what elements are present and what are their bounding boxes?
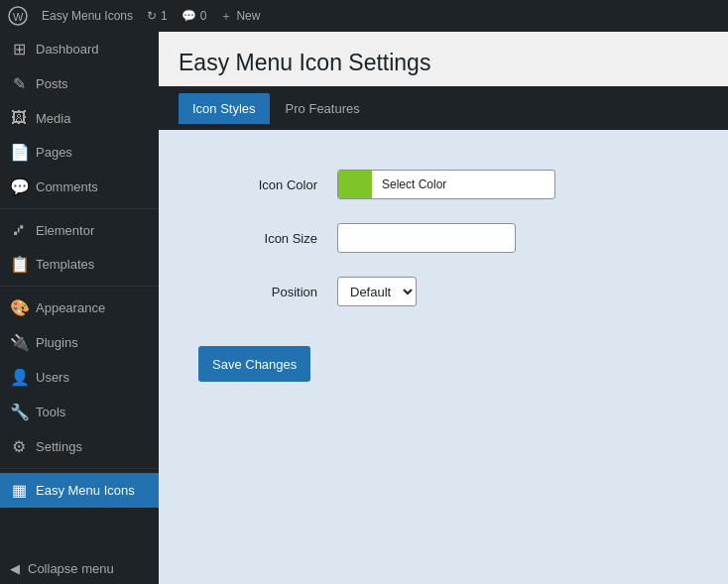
sidebar-divider-3 <box>0 468 159 469</box>
sidebar-label-comments: Comments <box>36 179 149 194</box>
position-row: Position Default Left Right <box>198 277 688 306</box>
content-area: Easy Menu Icon Settings Icon Styles Pro … <box>159 32 728 584</box>
color-label: Select Color <box>372 177 456 191</box>
site-name-item[interactable]: Easy Menu Icons <box>42 9 133 23</box>
sidebar-item-templates[interactable]: 📋 Templates <box>0 247 159 282</box>
plugins-icon: 🔌 <box>10 333 28 352</box>
easy-menu-icons-icon: ▦ <box>10 481 28 500</box>
comments-sidebar-icon: 💬 <box>10 177 28 196</box>
site-name: Easy Menu Icons <box>42 9 133 23</box>
sidebar-label-templates: Templates <box>36 257 149 272</box>
sidebar-label-plugins: Plugins <box>36 335 149 350</box>
sidebar-label-elementor: Elementor <box>36 223 149 238</box>
icon-color-label: Icon Color <box>198 177 317 192</box>
sidebar-label-easy-menu-icons: Easy Menu Icons <box>36 483 149 498</box>
sidebar-label-pages: Pages <box>36 145 149 160</box>
save-changes-button[interactable]: Save Changes <box>198 346 310 382</box>
admin-bar: W Easy Menu Icons ↻ 1 💬 0 ＋ New <box>0 0 728 32</box>
icon-size-row: Icon Size <box>198 223 688 253</box>
updates-icon: ↻ <box>147 9 157 23</box>
media-icon: 🖼 <box>10 109 28 127</box>
main-layout: ⊞ Dashboard ✎ Posts 🖼 Media 📄 Pages 💬 Co… <box>0 32 728 584</box>
position-select[interactable]: Default Left Right <box>337 277 417 306</box>
comments-count: 0 <box>200 9 207 23</box>
appearance-icon: 🎨 <box>10 298 28 317</box>
elementor-icon: ⑇ <box>10 221 28 239</box>
sidebar-item-elementor[interactable]: ⑇ Elementor <box>0 213 159 247</box>
sidebar-item-tools[interactable]: 🔧 Tools <box>0 395 159 429</box>
tab-bar: Icon Styles Pro Features <box>159 86 728 130</box>
collapse-menu[interactable]: ◀ Collapse menu <box>0 553 159 584</box>
sidebar-item-posts[interactable]: ✎ Posts <box>0 66 159 101</box>
sidebar-item-plugins[interactable]: 🔌 Plugins <box>0 325 159 360</box>
sidebar-label-appearance: Appearance <box>36 300 149 315</box>
sidebar: ⊞ Dashboard ✎ Posts 🖼 Media 📄 Pages 💬 Co… <box>0 32 159 584</box>
sidebar-item-pages[interactable]: 📄 Pages <box>0 135 159 170</box>
settings-area: Icon Color Select Color Icon Size <box>159 130 728 584</box>
updates-item[interactable]: ↻ 1 <box>147 9 168 23</box>
icon-size-input[interactable] <box>337 223 516 253</box>
sidebar-label-users: Users <box>36 370 149 385</box>
updates-count: 1 <box>161 9 168 23</box>
sidebar-item-comments[interactable]: 💬 Comments <box>0 170 159 204</box>
page-header: Easy Menu Icon Settings <box>159 32 728 86</box>
new-label: New <box>236 9 260 23</box>
svg-text:W: W <box>13 11 24 23</box>
save-area: Save Changes <box>179 336 708 392</box>
tab-icon-styles[interactable]: Icon Styles <box>179 93 270 124</box>
sidebar-item-settings[interactable]: ⚙ Settings <box>0 429 159 464</box>
sidebar-label-tools: Tools <box>36 405 149 419</box>
sidebar-label-posts: Posts <box>36 76 149 91</box>
posts-icon: ✎ <box>10 74 28 93</box>
dashboard-icon: ⊞ <box>10 40 28 58</box>
sidebar-item-users[interactable]: 👤 Users <box>0 360 159 395</box>
comments-icon: 💬 <box>182 9 196 23</box>
page-title: Easy Menu Icon Settings <box>179 50 708 76</box>
color-picker-button[interactable]: Select Color <box>337 170 555 199</box>
templates-icon: 📋 <box>10 255 28 274</box>
collapse-label: Collapse menu <box>28 561 114 576</box>
position-label: Position <box>198 285 317 299</box>
icon-size-control <box>337 223 555 253</box>
new-icon: ＋ <box>220 8 232 25</box>
icon-size-label: Icon Size <box>198 231 317 246</box>
sidebar-item-media[interactable]: 🖼 Media <box>0 101 159 135</box>
sidebar-item-easy-menu-icons[interactable]: ▦ Easy Menu Icons <box>0 473 159 508</box>
users-icon: 👤 <box>10 368 28 387</box>
tab-pro-features[interactable]: Pro Features <box>272 93 374 124</box>
color-swatch <box>338 170 372 199</box>
sidebar-label-settings: Settings <box>36 439 149 454</box>
wp-logo-item[interactable]: W <box>8 6 28 26</box>
icon-color-row: Icon Color Select Color <box>198 170 688 199</box>
sidebar-label-media: Media <box>36 111 149 126</box>
icon-color-control: Select Color <box>337 170 555 199</box>
wp-logo-icon: W <box>8 6 28 26</box>
sidebar-divider-1 <box>0 208 159 209</box>
comments-item[interactable]: 💬 0 <box>182 9 207 23</box>
sidebar-divider-2 <box>0 286 159 287</box>
tools-icon: 🔧 <box>10 403 28 421</box>
settings-icon: ⚙ <box>10 437 28 456</box>
new-item[interactable]: ＋ New <box>220 8 260 25</box>
sidebar-label-dashboard: Dashboard <box>36 42 149 57</box>
collapse-icon: ◀ <box>10 561 20 576</box>
sidebar-item-dashboard[interactable]: ⊞ Dashboard <box>0 32 159 66</box>
pages-icon: 📄 <box>10 143 28 162</box>
settings-form: Icon Color Select Color Icon Size <box>179 160 708 316</box>
position-control: Default Left Right <box>337 277 555 306</box>
sidebar-item-appearance[interactable]: 🎨 Appearance <box>0 291 159 325</box>
